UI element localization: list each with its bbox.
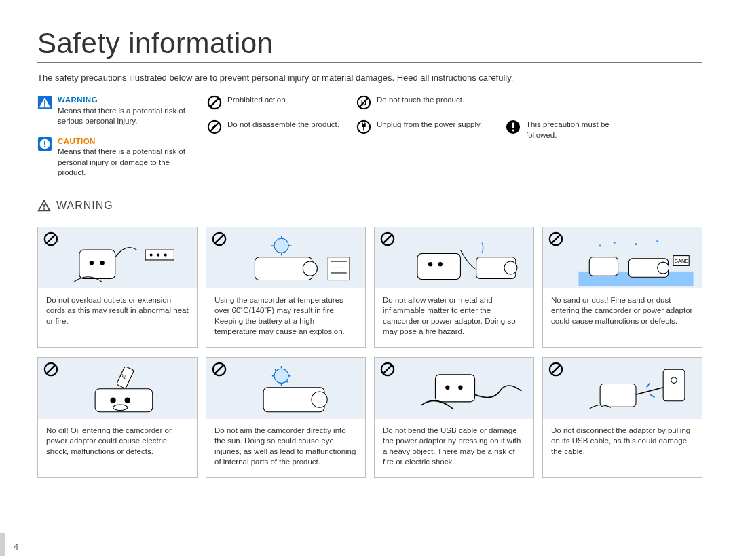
svg-point-49 — [438, 262, 443, 266]
svg-point-87 — [458, 385, 462, 389]
legend-caution-label: CAUTION — [58, 136, 193, 147]
svg-line-65 — [47, 365, 56, 373]
card-bend-cable: Do not bend the USB cable or damage the … — [374, 357, 534, 478]
svg-point-48 — [428, 262, 432, 266]
prohibited-icon — [43, 231, 58, 246]
card-pull-cable: Do not disconnect the adaptor by pulling… — [542, 357, 702, 478]
svg-rect-5 — [44, 141, 45, 145]
section-header: WARNING — [37, 199, 702, 212]
card-caption: Do not bend the USB cable or damage the … — [375, 419, 533, 477]
card-caption: Do not overload outlets or extension cor… — [38, 288, 197, 344]
svg-point-27 — [100, 261, 105, 265]
svg-rect-6 — [44, 145, 45, 147]
title-rule — [37, 62, 702, 63]
svg-point-40 — [303, 261, 317, 276]
svg-point-63 — [656, 240, 658, 242]
prohibited-icon — [212, 231, 227, 246]
card-caption: Do not disconnect the adaptor by pulling… — [543, 419, 702, 474]
legend-touch: Do not touch the product. — [356, 95, 492, 110]
svg-line-79 — [275, 369, 276, 371]
legend-warning: WARNING Means that there is a potential … — [37, 95, 193, 127]
legend-unplug-text: Unplug from the power supply. — [377, 119, 482, 130]
svg-rect-85 — [435, 374, 474, 401]
svg-rect-55 — [589, 257, 618, 275]
legend-prohibited-text: Prohibited action. — [227, 95, 288, 106]
page-side-tab — [0, 533, 5, 556]
prohibited-icon — [43, 362, 58, 377]
svg-rect-90 — [663, 369, 685, 401]
no-disassemble-icon — [207, 119, 222, 134]
svg-point-51 — [504, 261, 517, 274]
svg-line-12 — [360, 98, 369, 107]
svg-line-80 — [286, 381, 288, 382]
svg-line-53 — [552, 234, 561, 243]
svg-rect-47 — [417, 253, 460, 279]
card-overload: Do not overload outlets or extension cor… — [37, 227, 198, 348]
warning-triangle-icon — [37, 95, 52, 110]
svg-point-62 — [635, 243, 637, 245]
svg-point-29 — [149, 253, 152, 256]
svg-point-69 — [110, 397, 115, 403]
card-caption: Do not aim the camcorder directly into t… — [206, 419, 365, 477]
svg-line-73 — [215, 365, 224, 373]
svg-rect-20 — [512, 130, 514, 132]
card-caption: Do not allow water or metal and inflamma… — [375, 288, 533, 347]
svg-rect-25 — [79, 250, 115, 278]
card-caption: No sand or dust! Fine sand or dust enter… — [543, 288, 702, 344]
page-title: Safety information — [37, 27, 702, 60]
card-oil: OIL No oil! Oil entering the camcorder o… — [37, 357, 198, 478]
svg-rect-92 — [600, 384, 636, 407]
legend-unplug: Unplug from the power supply. — [356, 119, 492, 134]
legend-follow-text: This precaution must be followed. — [526, 119, 641, 141]
svg-point-61 — [614, 242, 616, 244]
svg-text:SAND: SAND — [675, 258, 689, 264]
svg-rect-22 — [43, 208, 45, 210]
legend-disassemble-text: Do not disassemble the product. — [227, 119, 339, 130]
svg-line-8 — [210, 98, 219, 107]
card-sand-dust: SAND No sand or dust! Fine sand or dust … — [542, 227, 702, 348]
prohibited-icon — [207, 95, 222, 110]
svg-rect-19 — [512, 123, 514, 128]
legend-prohibited: Prohibited action. — [207, 95, 343, 110]
must-follow-icon — [506, 119, 521, 134]
svg-line-24 — [47, 234, 56, 243]
legend-warning-desc: Means that there is a potential risk of … — [58, 107, 185, 126]
card-sun: Do not aim the camcorder directly into t… — [206, 357, 366, 478]
svg-line-46 — [383, 234, 392, 243]
section-title: WARNING — [56, 200, 113, 212]
prohibited-icon — [548, 362, 563, 377]
section-rule — [37, 217, 702, 217]
svg-rect-14 — [362, 124, 366, 127]
card-caption: Using the camcorder at temperatures over… — [206, 288, 365, 347]
prohibited-icon — [380, 231, 395, 246]
svg-line-89 — [552, 365, 561, 373]
no-touch-icon — [356, 95, 371, 110]
card-caption: No oil! Oil entering the camcorder or po… — [38, 419, 197, 474]
prohibited-icon — [548, 231, 563, 246]
svg-point-26 — [90, 261, 94, 265]
legend-disassemble: Do not disassemble the product. — [207, 119, 343, 134]
legend-follow: This precaution must be followed. — [506, 119, 641, 141]
caution-circle-icon — [37, 136, 52, 151]
warning-triangle-outline-icon — [37, 199, 51, 212]
svg-line-84 — [383, 365, 392, 373]
svg-rect-1 — [44, 100, 45, 105]
legend-caution-desc: Means that there is a potential risk of … — [58, 147, 185, 176]
legend-caution: CAUTION Means that there is a potential … — [37, 136, 193, 179]
warning-cards-row-2: OIL No oil! Oil entering the camcorder o… — [37, 357, 702, 478]
intro-text: The safety precautions illustrated below… — [37, 73, 702, 83]
warning-cards-row-1: Do not overload outlets or extension cor… — [37, 227, 702, 348]
svg-rect-41 — [328, 257, 350, 280]
card-water-metal: Do not allow water or metal and inflamma… — [374, 227, 534, 348]
svg-point-57 — [658, 262, 669, 274]
unplug-icon — [356, 119, 371, 134]
svg-point-86 — [445, 385, 449, 389]
legend: WARNING Means that there is a potential … — [37, 95, 702, 179]
card-temperature: Using the camcorder at temperatures over… — [206, 227, 366, 348]
svg-point-34 — [274, 238, 288, 253]
svg-line-33 — [215, 234, 224, 243]
svg-rect-21 — [43, 204, 45, 207]
legend-warning-label: WARNING — [58, 95, 193, 106]
svg-rect-68 — [95, 389, 153, 412]
page-number: 4 — [14, 542, 18, 552]
